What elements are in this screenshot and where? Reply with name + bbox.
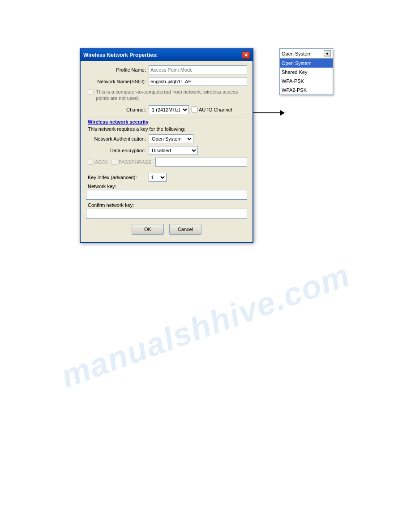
dialog-wrapper: Wireless Network Properties: ✕ Profile N… — [80, 48, 285, 243]
passphrase-input[interactable] — [155, 158, 247, 167]
network-auth-row: Network Authentication: Open System Shar… — [86, 134, 247, 143]
ok-button[interactable]: OK — [132, 224, 164, 235]
dropdown-item-shared-key[interactable]: Shared Key — [280, 68, 333, 77]
confirm-key-input[interactable] — [86, 209, 247, 219]
network-key-section: Network key: — [86, 184, 247, 202]
arrow-head — [280, 110, 285, 116]
auto-channel-wrap: AUTO Channel — [192, 107, 232, 112]
passphrase-checkbox[interactable] — [111, 159, 117, 165]
watermark: manualshhive.com — [56, 256, 355, 395]
network-auth-select[interactable]: Open System Shared Key WPA-PSK WPA2-PSK — [149, 134, 193, 143]
wireless-security-link[interactable]: Wireless network security — [86, 119, 247, 124]
cancel-button[interactable]: Cancel — [169, 224, 201, 235]
channel-row: Channel: 1 (2412MHz) AUTO Channel — [86, 105, 247, 114]
arrow-container — [253, 110, 285, 116]
adhoc-label: This is a computer-to-computer(ad hoc) n… — [96, 89, 247, 102]
profile-name-input[interactable] — [149, 65, 247, 74]
network-key-input[interactable] — [86, 190, 247, 200]
key-index-label: Key index (advanced): — [86, 175, 149, 180]
network-auth-label: Network Authentication: — [86, 136, 149, 142]
arrow-line — [253, 112, 280, 113]
adhoc-checkbox[interactable] — [88, 89, 94, 95]
confirm-key-label: Confirm network key: — [86, 202, 247, 208]
network-auth-dropdown-popup: Open System ▼ Open System Shared Key WPA… — [279, 48, 333, 95]
data-enc-select[interactable]: Disabled — [149, 146, 198, 155]
dropdown-item-wpa2-psk[interactable]: WPA2-PSK — [280, 86, 333, 94]
profile-name-row: Profile Name: — [86, 65, 247, 74]
confirm-key-section: Confirm network key: — [86, 202, 247, 222]
dialog-buttons: OK Cancel — [86, 222, 247, 237]
passphrase-wrap: PASSPHRASE — [111, 159, 152, 165]
data-enc-row: Data encryption: Disabled — [86, 146, 247, 155]
passphrase-label: PASSPHRASE — [119, 159, 152, 165]
channel-label: Channel: — [86, 107, 149, 112]
spacer — [86, 169, 247, 173]
section-divider — [86, 117, 247, 117]
data-enc-label: Data encryption: — [86, 148, 149, 153]
security-note: This network requires a key for the foll… — [86, 126, 247, 132]
ascii-passphrase-row: ASCII PASSPHRASE — [86, 158, 247, 167]
network-name-input[interactable] — [149, 77, 247, 86]
network-key-label: Network key: — [86, 184, 247, 189]
dropdown-item-wpa-psk[interactable]: WPA-PSK — [280, 77, 333, 86]
network-name-label: Network Name(SSID): — [86, 79, 149, 84]
network-name-row: Network Name(SSID): — [86, 77, 247, 86]
ascii-label: ASCII — [95, 159, 108, 165]
dropdown-header: Open System ▼ — [280, 49, 333, 59]
auto-channel-checkbox[interactable] — [192, 107, 197, 112]
ascii-checkbox[interactable] — [88, 159, 94, 165]
ascii-wrap: ASCII — [88, 159, 108, 165]
dropdown-item-open-system[interactable]: Open System — [280, 59, 333, 68]
close-button[interactable]: ✕ — [242, 51, 250, 59]
dialog-title: Wireless Network Properties: — [83, 52, 158, 58]
dialog-titlebar: Wireless Network Properties: ✕ — [81, 49, 253, 61]
profile-name-label: Profile Name: — [86, 67, 149, 73]
key-index-select[interactable]: 1 2 3 4 — [149, 173, 167, 182]
page-background: manualshhive.com Wireless Network Proper… — [0, 0, 411, 532]
auto-channel-label: AUTO Channel — [199, 107, 232, 112]
dialog-body: Profile Name: Network Name(SSID): This i… — [81, 61, 253, 242]
dropdown-arrow-button[interactable]: ▼ — [324, 50, 331, 57]
wireless-network-properties-dialog: Wireless Network Properties: ✕ Profile N… — [80, 48, 253, 243]
channel-select[interactable]: 1 (2412MHz) — [149, 105, 189, 114]
dropdown-header-text: Open System — [282, 51, 312, 56]
key-index-row: Key index (advanced): 1 2 3 4 — [86, 173, 247, 182]
adhoc-row: This is a computer-to-computer(ad hoc) n… — [86, 89, 247, 102]
